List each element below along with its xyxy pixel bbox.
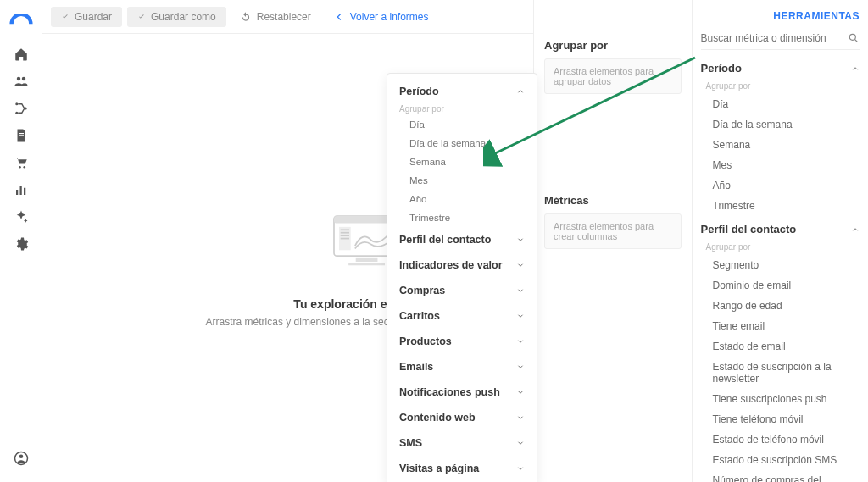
svg-point-2 [15, 102, 18, 105]
nav-account[interactable] [0, 445, 42, 472]
svg-point-1 [21, 77, 25, 81]
search-icon[interactable] [848, 32, 860, 44]
section-profile[interactable]: Perfil del contacto [701, 216, 860, 242]
search-input[interactable] [701, 32, 848, 44]
back-link[interactable]: Volver a informes [325, 7, 437, 27]
tools-title: HERRAMIENTAS [701, 7, 860, 30]
svg-rect-5 [19, 133, 24, 134]
dd-opt[interactable]: Mes [387, 171, 537, 190]
chevron-up-icon [516, 87, 525, 96]
period-opt[interactable]: Día [713, 94, 860, 114]
dimension-dropdown[interactable]: Período Agrupar por Día Día de la semana… [387, 73, 537, 482]
chevron-up-icon [851, 64, 860, 73]
save-as-button[interactable]: Guardar como [127, 7, 226, 27]
dd-section[interactable]: Productos [387, 329, 537, 354]
dd-group-by-label: Agrupar por [387, 104, 537, 115]
dd-opt[interactable]: Año [387, 190, 537, 208]
profile-opt[interactable]: Estado de suscripción SMS [713, 450, 860, 470]
dd-section[interactable]: Perfil del contacto [387, 227, 537, 252]
chevron-down-icon [516, 235, 525, 244]
period-opt[interactable]: Día de la semana [713, 114, 860, 135]
nav-flows[interactable] [0, 95, 42, 122]
svg-rect-18 [349, 263, 386, 266]
reset-button[interactable]: Restablecer [231, 7, 320, 27]
profile-opt[interactable]: Tiene suscripciones push [713, 389, 860, 409]
svg-rect-9 [16, 190, 18, 195]
profile-opt[interactable]: Estado de teléfono móvil [713, 429, 860, 450]
nav-contacts[interactable] [0, 68, 42, 95]
profile-opt[interactable]: Dominio de email [713, 275, 860, 296]
chevron-up-icon [851, 225, 860, 234]
svg-rect-11 [24, 188, 25, 195]
dd-section[interactable]: Indicadores de valor [387, 252, 537, 278]
profile-opt[interactable]: Estado de email [713, 336, 860, 357]
chevron-down-icon [516, 286, 525, 295]
period-opt[interactable]: Año [713, 175, 860, 196]
dd-section-period[interactable]: Período [387, 79, 537, 104]
group-by-label: Agrupar por [706, 81, 860, 91]
nav-commerce[interactable] [0, 149, 42, 176]
svg-rect-22 [341, 235, 349, 236]
nav-settings[interactable] [0, 230, 42, 258]
chevron-down-icon [516, 337, 525, 346]
metrics-dropzone[interactable]: Arrastra elementos para crear columnas [544, 213, 682, 249]
svg-point-3 [15, 112, 18, 114]
svg-point-0 [16, 77, 20, 81]
chevron-down-icon [516, 464, 525, 473]
svg-rect-6 [19, 135, 24, 136]
chevron-down-icon [516, 388, 525, 396]
nav-home[interactable] [0, 41, 42, 68]
nav-analytics[interactable] [0, 176, 42, 203]
period-opt[interactable]: Mes [713, 155, 860, 175]
svg-rect-20 [341, 229, 349, 230]
section-period[interactable]: Período [701, 55, 860, 81]
dd-section[interactable]: Carritos [387, 303, 537, 329]
dd-opt[interactable]: Semana [387, 152, 537, 171]
chevron-down-icon [516, 261, 525, 269]
profile-opt[interactable]: Tiene email [713, 316, 860, 336]
chevron-down-icon [516, 413, 525, 422]
chevron-down-icon [516, 363, 525, 371]
dd-opt[interactable]: Trimestre [387, 208, 537, 227]
save-button[interactable]: Guardar [51, 7, 122, 27]
app-logo [9, 14, 33, 25]
dd-section[interactable]: Contenido web [387, 405, 537, 430]
profile-opt[interactable]: Tiene teléfono móvil [713, 409, 860, 429]
nav-content[interactable] [0, 122, 42, 149]
svg-point-8 [23, 166, 25, 169]
group-by-label: Agrupar por [706, 242, 860, 252]
dd-section[interactable]: SMS [387, 430, 537, 456]
dd-section[interactable]: Emails [387, 354, 537, 380]
group-by-dropzone[interactable]: Arrastra elementos para agrupar datos [544, 58, 682, 94]
metrics-heading: Métricas [544, 194, 682, 207]
period-opt[interactable]: Trimestre [713, 196, 860, 216]
svg-rect-23 [341, 238, 349, 240]
svg-point-7 [19, 166, 21, 169]
period-opt[interactable]: Semana [713, 135, 860, 155]
chevron-down-icon [516, 312, 525, 320]
profile-opt[interactable]: Estado de suscripción a la newsletter [713, 357, 860, 389]
dd-opt[interactable]: Día [387, 115, 537, 134]
profile-opt[interactable]: Segmento [713, 255, 860, 275]
profile-opt[interactable]: Número de compras del contacto [713, 470, 860, 482]
dd-section[interactable]: Notificaciones push [387, 380, 537, 405]
dd-section[interactable]: Compras [387, 278, 537, 303]
svg-rect-10 [19, 186, 21, 196]
profile-opt[interactable]: Rango de edad [713, 296, 860, 316]
dd-section[interactable]: Visitas a página [387, 456, 537, 481]
svg-point-13 [19, 455, 23, 459]
chevron-down-icon [516, 439, 525, 447]
svg-point-24 [849, 34, 855, 40]
dd-opt[interactable]: Día de la semana [387, 134, 537, 152]
group-by-heading: Agrupar por [544, 39, 682, 52]
nav-ai[interactable] [0, 203, 42, 230]
svg-rect-21 [341, 232, 349, 234]
svg-rect-17 [356, 258, 378, 262]
